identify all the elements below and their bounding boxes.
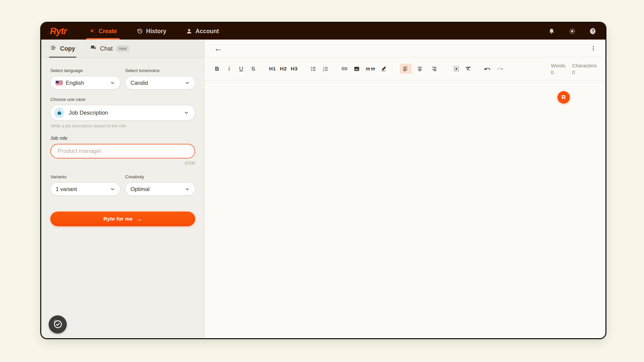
tone-select[interactable]: Candid: [125, 76, 195, 89]
theme-icon[interactable]: [569, 27, 576, 35]
job-role-label: Job role: [50, 135, 195, 141]
strikethrough-button[interactable]: S: [250, 64, 257, 74]
arrow-right-icon: →: [136, 216, 142, 223]
tab-label: Chat: [100, 45, 113, 52]
generator-form: Select language Select tone/voice Englis…: [41, 58, 204, 226]
formatting-toolbar: B i U S H1 H2 H3: [205, 57, 605, 80]
editor-panel: ← B i U S H1 H2 H3: [205, 40, 605, 338]
app-window: Rytr Create History: [40, 22, 606, 339]
nav-tab-label: History: [146, 28, 166, 35]
underline-button[interactable]: U: [238, 64, 245, 74]
align-left-icon[interactable]: [400, 64, 412, 74]
chevron-down-icon: [185, 80, 190, 85]
nav-tab-account[interactable]: Account: [186, 23, 219, 40]
bullet-list-icon[interactable]: [310, 64, 317, 74]
editor-canvas[interactable]: [205, 81, 605, 338]
creativity-label: Creativity: [125, 174, 195, 179]
check-badge-icon: [52, 318, 63, 331]
align-right-icon[interactable]: [429, 64, 440, 74]
language-label: Select language: [50, 68, 120, 73]
char-counter: 0/100: [50, 161, 195, 166]
usecase-label: Choose use case: [50, 97, 195, 102]
variants-value: 1 variant: [56, 186, 77, 192]
nav-tab-history[interactable]: History: [137, 23, 166, 40]
tab-label: Copy: [60, 45, 75, 52]
nav-tab-label: Create: [99, 28, 117, 35]
navbar-right-icons: ?: [548, 23, 597, 40]
tab-chat[interactable]: Chat new: [90, 40, 129, 58]
words-value: 0: [551, 69, 566, 75]
usecase-value: Job Description: [69, 110, 108, 116]
us-flag-icon: [56, 81, 63, 85]
job-role-input[interactable]: [50, 144, 195, 159]
tone-value: Candid: [130, 80, 148, 86]
help-icon[interactable]: ?: [589, 27, 597, 35]
usecase-hint: Write a job description based on the rol…: [51, 124, 195, 128]
chevron-down-icon: [185, 187, 190, 192]
words-label: Words: [551, 63, 566, 68]
bold-button[interactable]: B: [214, 64, 220, 74]
creativity-select[interactable]: Optimal: [125, 182, 195, 196]
chevron-down-icon: [110, 80, 115, 85]
italic-button[interactable]: i: [226, 64, 232, 74]
ryte-for-me-button[interactable]: Ryte for me →: [50, 212, 195, 226]
tone-label: Select tone/voice: [125, 68, 195, 73]
sidebar: Copy Chat new Select language Select ton…: [41, 40, 205, 338]
numbered-list-icon[interactable]: [322, 64, 329, 74]
editor-header: ←: [205, 40, 605, 57]
chat-icon: [90, 45, 97, 53]
top-navbar: Rytr Create History: [41, 23, 605, 40]
notifications-icon[interactable]: [548, 28, 555, 35]
h3-button[interactable]: H3: [291, 64, 298, 74]
variants-select[interactable]: 1 variant: [50, 182, 120, 196]
new-badge: new: [116, 45, 129, 52]
chevron-down-icon: [184, 110, 189, 115]
characters-value: 0: [572, 69, 597, 75]
rytr-assistant-fab[interactable]: R: [557, 91, 570, 104]
svg-text:?: ?: [592, 29, 594, 34]
nav-tab-label: Account: [196, 28, 219, 35]
redo-icon[interactable]: [496, 64, 503, 74]
document-stats: Words 0 Characters 0: [551, 63, 597, 75]
blockquote-icon[interactable]: ””: [365, 66, 375, 76]
person-icon: [186, 28, 193, 35]
variants-label: Variants: [50, 174, 120, 179]
tab-copy[interactable]: Copy: [50, 40, 75, 58]
menu-icon: [50, 45, 57, 53]
creativity-value: Optimal: [130, 186, 150, 192]
chevron-down-icon: [110, 187, 115, 192]
usecase-select[interactable]: Job Description: [50, 105, 195, 121]
ryte-button-label: Ryte for me: [103, 216, 132, 222]
link-icon[interactable]: [341, 64, 348, 74]
characters-label: Characters: [572, 63, 597, 68]
briefcase-icon: [54, 108, 64, 118]
nav-tab-create[interactable]: Create: [89, 23, 117, 40]
align-center-icon[interactable]: [414, 64, 426, 74]
language-select[interactable]: English: [50, 76, 120, 89]
back-button[interactable]: ←: [214, 44, 223, 53]
sidebar-tabs: Copy Chat new: [41, 40, 204, 58]
highlight-pen-icon[interactable]: [381, 64, 387, 74]
more-options-button[interactable]: [590, 45, 596, 51]
select-all-icon[interactable]: [453, 64, 460, 74]
rewards-widget-button[interactable]: [49, 315, 67, 334]
h2-button[interactable]: H2: [280, 64, 286, 74]
h1-button[interactable]: H1: [269, 64, 276, 74]
language-value: English: [66, 80, 84, 86]
history-icon: [137, 28, 143, 35]
rytr-logo[interactable]: Rytr: [50, 26, 67, 37]
undo-icon[interactable]: [484, 64, 491, 74]
clear-format-icon[interactable]: [465, 64, 472, 74]
image-icon[interactable]: [353, 64, 360, 74]
sparkle-icon: [89, 28, 96, 35]
